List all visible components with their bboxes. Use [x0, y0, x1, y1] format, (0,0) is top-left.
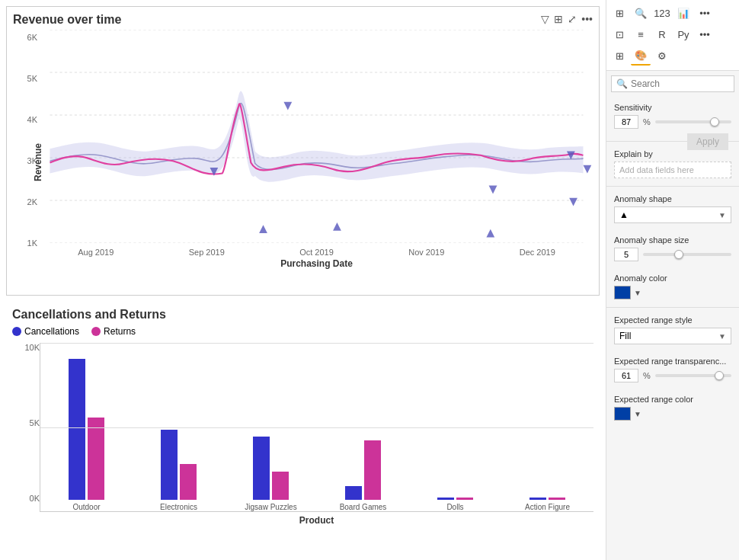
revenue-chart-title: Revenue over time [13, 13, 121, 27]
toolbar-btn-13[interactable]: ⚙ [652, 46, 672, 66]
expected-range-trans-section: Expected range transparenc... 61 % [606, 350, 739, 389]
bar-dolls-cancel [437, 498, 454, 500]
anomaly-shape-dropdown[interactable]: ▲ ▼ [614, 206, 731, 223]
toolbar-btn-8[interactable]: R [652, 24, 672, 44]
anomaly-shape-label: Anomaly shape [614, 194, 731, 203]
bar-label-dolls: Dolls [446, 503, 463, 511]
bar-jigsaw-returns [272, 472, 289, 500]
legend-returns-dot [91, 327, 101, 336]
revenue-x-label: Purchasing Date [40, 258, 593, 269]
legend-returns-label: Returns [104, 326, 136, 337]
toolbar-btn-12[interactable]: 🎨 [631, 46, 651, 66]
bar-label-actionfigure: Action Figure [525, 503, 570, 511]
anomaly-size-thumb[interactable] [674, 250, 683, 259]
expected-range-trans-thumb[interactable] [715, 371, 724, 380]
bar-chart-title: Cancellations and Returns [12, 308, 593, 322]
bar-boardgames-returns [364, 440, 381, 500]
expected-range-color-label: Expected range color [614, 395, 731, 404]
toolbar-btn-2[interactable]: 🔍 [631, 3, 651, 23]
anomaly-color-swatch: ▼ [614, 286, 731, 299]
toolbar: ⊞ 🔍 123 📊 ••• ⊡ ≡ R Py ••• ⊞ 🎨 ⚙ [606, 0, 739, 71]
toolbar-btn-9[interactable]: Py [673, 24, 693, 44]
anomaly-size-section: Anomaly shape size 5 [606, 229, 739, 267]
bar-outdoor-returns [88, 418, 104, 500]
sensitivity-label: Sensitivity [614, 103, 731, 112]
bar-actionfigure-returns [549, 498, 565, 500]
panel-scroll: Sensitivity 87 % Apply Explain by Add da… [606, 97, 739, 560]
toolbar-btn-7[interactable]: ≡ [631, 24, 651, 44]
bar-label-outdoor: Outdoor [72, 503, 100, 511]
revenue-line-chart [40, 30, 593, 243]
revenue-x-axis: Aug 2019Sep 2019Oct 2019Nov 2019Dec 2019 [40, 248, 593, 257]
expected-range-trans-slider[interactable] [655, 374, 731, 377]
expected-range-style-section: Expected range style Fill ▼ [606, 309, 739, 350]
toolbar-btn-10[interactable]: ••• [695, 24, 715, 44]
anomaly-color-arrow[interactable]: ▼ [634, 289, 641, 297]
expected-range-style-label: Expected range style [614, 315, 731, 325]
legend-returns: Returns [91, 326, 136, 337]
toolbar-btn-4[interactable]: 📊 [673, 3, 693, 23]
anomaly-shape-arrow: ▼ [718, 211, 726, 219]
revenue-chart: Revenue over time ▽ ⊞ ⤢ ••• 6K5K4K3K2K1K… [6, 6, 600, 296]
expected-range-color-arrow[interactable]: ▼ [634, 410, 641, 418]
bar-chart: Cancellations and Returns Cancellations … [6, 305, 600, 554]
filter-icon[interactable]: ▽ [541, 13, 549, 25]
bar-jigsaw-cancel [253, 437, 270, 500]
toolbar-btn-11[interactable]: ⊞ [609, 46, 629, 66]
legend-cancellations: Cancellations [12, 326, 79, 337]
svg-marker-10 [584, 165, 592, 174]
apply-button[interactable]: Apply [687, 133, 728, 150]
bar-outdoor-cancel [69, 359, 85, 500]
bar-label-jigsaw: Jigsaw Puzzles [245, 503, 296, 511]
expected-range-color-swatch: ▼ [614, 407, 731, 421]
legend: Cancellations Returns [12, 326, 593, 337]
expected-range-style-value: Fill [619, 331, 631, 341]
sensitivity-section: Sensitivity 87 % Apply [606, 97, 739, 139]
bar-y-axis: 10K5K0K [12, 343, 40, 526]
legend-cancellations-dot [12, 327, 21, 336]
more-icon[interactable]: ••• [581, 13, 593, 25]
svg-marker-12 [333, 222, 341, 231]
anomaly-size-slider[interactable] [643, 253, 731, 256]
expected-range-color-section: Expected range color ▼ [606, 389, 739, 427]
toolbar-btn-5[interactable]: ••• [695, 3, 715, 23]
sensitivity-slider[interactable] [655, 120, 731, 123]
anomaly-color-label: Anomaly color [614, 274, 731, 283]
anomaly-color-box[interactable] [614, 286, 631, 299]
svg-marker-11 [259, 225, 267, 233]
expand-icon[interactable]: ⊞ [554, 13, 563, 25]
expected-range-trans-label: Expected range transparenc... [614, 357, 731, 366]
anomaly-shape-value: ▲ [619, 210, 629, 220]
bar-dolls-returns [456, 498, 473, 500]
bar-boardgames-cancel [345, 486, 362, 500]
anomaly-color-section: Anomaly color ▼ [606, 267, 739, 306]
explain-by-input[interactable]: Add data fields here [614, 162, 731, 178]
expected-range-style-dropdown[interactable]: Fill ▼ [614, 328, 731, 344]
anomaly-size-value: 5 [614, 248, 638, 261]
explain-by-label: Explain by [614, 149, 731, 158]
search-input[interactable] [631, 78, 729, 89]
sensitivity-pct: % [643, 117, 651, 126]
fullscreen-icon[interactable]: ⤢ [568, 13, 577, 25]
legend-cancellations-label: Cancellations [24, 326, 79, 337]
bar-actionfigure-cancel [529, 498, 546, 500]
search-box[interactable]: 🔍 [611, 75, 734, 92]
bar-label-electronics: Electronics [160, 503, 197, 511]
toolbar-btn-3[interactable]: 123 [652, 3, 672, 23]
toolbar-btn-6[interactable]: ⊡ [609, 24, 629, 44]
toolbar-btn-1[interactable]: ⊞ [609, 3, 629, 23]
bar-electronics-returns [180, 464, 197, 500]
expected-range-trans-pct: % [643, 371, 651, 380]
search-icon: 🔍 [616, 78, 628, 89]
svg-marker-13 [486, 229, 494, 238]
expected-range-trans-value: 61 [614, 369, 638, 382]
bar-label-boardgames: Board Games [340, 503, 387, 511]
bar-chart-area: 10K5K0K Outdoor [12, 343, 593, 526]
svg-marker-8 [489, 186, 497, 194]
expected-range-color-box[interactable] [614, 407, 631, 421]
sensitivity-thumb[interactable] [710, 117, 719, 126]
svg-marker-14 [569, 198, 577, 206]
expected-range-style-arrow: ▼ [718, 332, 726, 341]
right-panel: ⊞ 🔍 123 📊 ••• ⊡ ≡ R Py ••• ⊞ 🎨 ⚙ 🔍 Sensi… [606, 0, 739, 560]
anomaly-size-label: Anomaly shape size [614, 235, 731, 245]
